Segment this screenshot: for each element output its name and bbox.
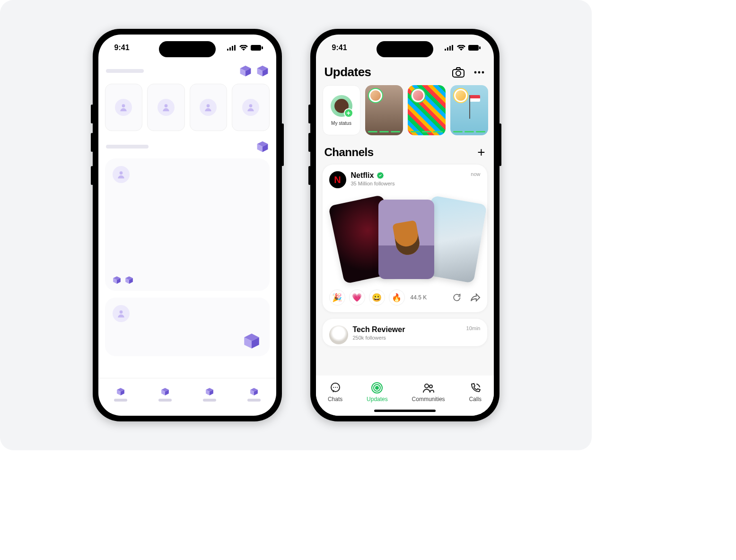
- notch: [159, 41, 216, 57]
- wf-story-row: [105, 84, 270, 131]
- channel-card-tech-reviewer[interactable]: Tech Reviewer 250k followers 10min: [323, 319, 487, 346]
- svg-point-28: [429, 385, 432, 388]
- svg-point-7: [164, 104, 167, 107]
- status-ring-avatar: [453, 88, 468, 103]
- wf-title-skeleton: [106, 69, 144, 73]
- more-icon[interactable]: [473, 66, 485, 79]
- my-status-card[interactable]: + My status: [323, 85, 360, 135]
- channel-name: Tech Reviewer: [353, 325, 405, 334]
- status-card[interactable]: [365, 85, 403, 135]
- add-channel-button[interactable]: +: [477, 146, 485, 159]
- tab-label: Updates: [367, 396, 388, 402]
- svg-rect-13: [447, 47, 448, 51]
- tab-label: Calls: [469, 396, 482, 402]
- updates-icon: [371, 382, 383, 394]
- status-card[interactable]: [450, 85, 488, 135]
- svg-rect-12: [445, 49, 446, 51]
- wf-tab-item[interactable]: [158, 387, 172, 402]
- svg-point-6: [122, 104, 125, 107]
- reaction-emoji[interactable]: 😀: [369, 289, 385, 306]
- comment-icon[interactable]: [451, 292, 462, 303]
- wf-channel-card[interactable]: [105, 298, 270, 356]
- wf-story-card[interactable]: [105, 84, 143, 131]
- svg-point-8: [207, 104, 210, 107]
- wf-story-card[interactable]: [232, 84, 270, 131]
- channel-followers: 35 Million followers: [351, 181, 395, 186]
- tab-chats[interactable]: Chats: [328, 382, 342, 402]
- tab-updates[interactable]: Updates: [367, 382, 388, 402]
- avatar-placeholder-icon: [115, 99, 132, 116]
- wf-tab-item[interactable]: [114, 387, 127, 402]
- channels-title: Channels: [324, 146, 374, 159]
- wf-header-action-icon[interactable]: [256, 65, 269, 77]
- calls-icon: [469, 382, 482, 394]
- wf-reaction-icon[interactable]: [125, 276, 133, 284]
- avatar-placeholder-icon: [242, 99, 259, 116]
- tab-label: Communities: [412, 396, 445, 402]
- wf-tab-label-skeleton: [158, 399, 172, 402]
- wf-tab-icon: [205, 387, 214, 396]
- wifi-icon: [457, 45, 465, 51]
- svg-point-10: [119, 171, 123, 175]
- svg-point-19: [456, 71, 461, 76]
- wf-story-card[interactable]: [190, 84, 228, 131]
- battery-icon: [251, 45, 263, 51]
- notch: [377, 41, 433, 57]
- camera-icon[interactable]: [452, 66, 464, 79]
- media-thumb: [378, 200, 434, 279]
- svg-rect-5: [262, 46, 263, 49]
- wf-card-action-icon[interactable]: [243, 332, 260, 350]
- avatar-placeholder-icon: [113, 305, 130, 322]
- tab-communities[interactable]: Communities: [412, 382, 445, 402]
- chats-icon: [329, 382, 342, 394]
- wf-tab-item[interactable]: [247, 387, 261, 402]
- wifi-icon: [239, 45, 248, 51]
- status-time: 9:41: [114, 44, 130, 52]
- wf-tab-icon: [116, 387, 125, 396]
- wf-header-action-icon[interactable]: [239, 65, 252, 77]
- flag-graphic: [470, 95, 480, 102]
- channel-media: [331, 195, 479, 285]
- wf-tab-icon: [250, 387, 258, 396]
- wf-tab-label-skeleton: [203, 399, 216, 402]
- share-icon[interactable]: [470, 292, 481, 303]
- reaction-emoji[interactable]: 💗: [349, 289, 365, 306]
- avatar-placeholder-icon: [113, 166, 130, 183]
- avatar-placeholder-icon: [158, 99, 175, 116]
- svg-point-27: [425, 384, 429, 388]
- tab-calls[interactable]: Calls: [469, 382, 482, 402]
- home-indicator: [374, 410, 436, 412]
- wf-tab-bar: [98, 378, 276, 416]
- svg-point-11: [119, 310, 123, 314]
- verified-icon: [377, 172, 384, 179]
- channel-card-netflix[interactable]: N Netflix 35 Million followers now: [323, 165, 487, 312]
- svg-point-20: [474, 71, 476, 73]
- svg-point-9: [249, 104, 252, 107]
- add-status-icon: +: [344, 108, 353, 118]
- wf-tab-icon: [161, 387, 169, 396]
- svg-rect-17: [479, 46, 481, 49]
- tab-label: Chats: [328, 396, 342, 402]
- wf-story-card[interactable]: [147, 84, 185, 131]
- phone-updates: 9:41 Updates: [310, 29, 499, 421]
- reaction-count: 44.5 K: [411, 294, 427, 301]
- wf-add-icon[interactable]: [256, 140, 269, 153]
- page-title: Updates: [324, 65, 371, 79]
- svg-rect-15: [452, 45, 453, 51]
- avatar-placeholder-icon: [200, 99, 217, 116]
- wf-channel-card[interactable]: [105, 158, 270, 291]
- signal-icon: [445, 45, 454, 51]
- wf-reaction-icon[interactable]: [113, 276, 121, 284]
- status-card[interactable]: [408, 85, 446, 135]
- wf-tab-label-skeleton: [247, 399, 261, 402]
- phone-wireframe: 9:41: [93, 29, 282, 421]
- my-avatar: +: [331, 95, 352, 117]
- reaction-emoji[interactable]: 🎉: [329, 289, 345, 306]
- mockup-canvas: 9:41: [0, 0, 592, 450]
- signal-icon: [227, 45, 237, 51]
- reaction-emoji[interactable]: 🔥: [389, 289, 405, 306]
- wf-tab-item[interactable]: [203, 387, 216, 402]
- svg-rect-4: [251, 45, 261, 51]
- status-ring-avatar: [411, 88, 426, 103]
- svg-point-22: [482, 71, 484, 73]
